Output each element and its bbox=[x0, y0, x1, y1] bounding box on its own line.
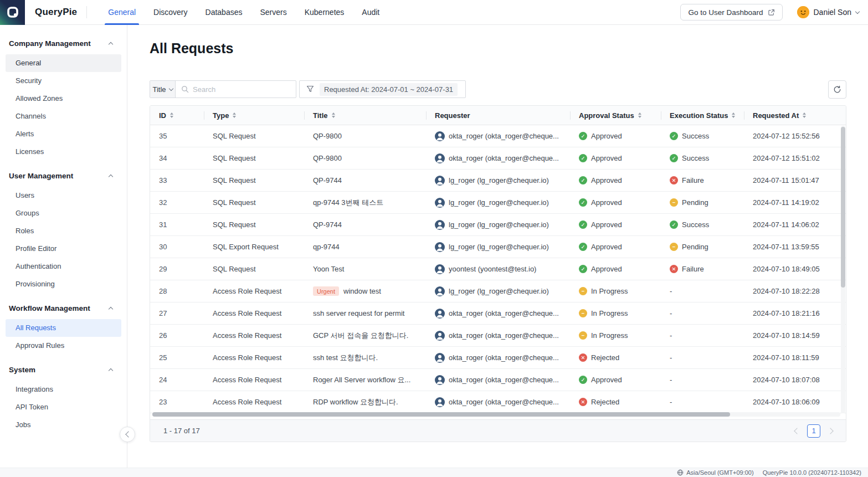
table-row[interactable]: 35 SQL Request QP-9800 okta_roger (okta_… bbox=[150, 125, 846, 147]
table-row[interactable]: 33 SQL Request QP-9744 lg_roger (lg_roge… bbox=[150, 170, 846, 192]
table-row[interactable]: 27 Access Role Request ssh server reques… bbox=[150, 302, 846, 325]
tab-audit[interactable]: Audit bbox=[353, 0, 388, 25]
tab-databases[interactable]: Databases bbox=[197, 0, 251, 25]
cell-id: 29 bbox=[150, 265, 204, 273]
sidebar-item-authentication[interactable]: Authentication bbox=[6, 258, 121, 275]
horizontal-scrollbar[interactable] bbox=[152, 412, 840, 417]
cell-id: 23 bbox=[150, 398, 204, 406]
status-icon: ✕ bbox=[579, 353, 587, 362]
sidebar-item-general[interactable]: General bbox=[6, 54, 121, 72]
cell-requester: yoontest (yoontest@test.io) bbox=[426, 264, 570, 274]
sidebar-item-provisioning[interactable]: Provisioning bbox=[6, 275, 121, 293]
sidebar-item-channels[interactable]: Channels bbox=[6, 107, 121, 125]
column-header-requested-at[interactable]: Requested At bbox=[744, 106, 846, 125]
tab-kubernetes[interactable]: Kubernetes bbox=[296, 0, 353, 25]
column-header-approval-status[interactable]: Approval Status bbox=[570, 106, 661, 125]
sidebar-item-profile-editor[interactable]: Profile Editor bbox=[6, 240, 121, 258]
date-filter-chip[interactable]: Requested At: 2024-07-01 ~ 2024-07-31 bbox=[320, 83, 458, 96]
status-icon: ✓ bbox=[579, 243, 587, 251]
cell-requester: lg_roger (lg_roger@chequer.io) bbox=[426, 286, 570, 296]
sidebar-item-users[interactable]: Users bbox=[6, 187, 121, 204]
sidebar-item-alerts[interactable]: Alerts bbox=[6, 125, 121, 143]
sidebar-collapse-button[interactable] bbox=[120, 427, 135, 442]
table-row[interactable]: 30 SQL Export Request qp-9744 lg_roger (… bbox=[150, 236, 846, 258]
column-header-type[interactable]: Type bbox=[204, 106, 304, 125]
sort-icon bbox=[233, 112, 236, 118]
status-icon: ✓ bbox=[579, 132, 587, 140]
sidebar-item-approval-rules[interactable]: Approval Rules bbox=[6, 337, 121, 355]
sidebar-section-system[interactable]: System bbox=[0, 360, 127, 379]
search-field-selector[interactable]: Title bbox=[150, 81, 176, 98]
horizontal-scrollbar-thumb[interactable] bbox=[152, 412, 730, 417]
previous-page-button[interactable] bbox=[794, 428, 800, 434]
table-row[interactable]: 32 SQL Request qp-9744 3번째 테스트 lg_roger … bbox=[150, 192, 846, 214]
table-row[interactable]: 24 Access Role Request Roger All Server … bbox=[150, 369, 846, 391]
tab-general[interactable]: General bbox=[99, 0, 145, 25]
table-row[interactable]: 29 SQL Request Yoon Test yoontest (yoont… bbox=[150, 258, 846, 280]
sidebar-item-licenses[interactable]: Licenses bbox=[6, 143, 121, 161]
cell-id: 26 bbox=[150, 331, 204, 340]
status-icon: ✓ bbox=[670, 132, 678, 140]
sidebar-item-allowed-zones[interactable]: Allowed Zones bbox=[6, 90, 121, 107]
cell-title: GCP 서버 접속을 요청합니다. bbox=[304, 331, 426, 341]
sidebar-item-groups[interactable]: Groups bbox=[6, 204, 121, 222]
column-header-id[interactable]: ID bbox=[150, 106, 204, 125]
sidebar-section-workflow-management[interactable]: Workflow Management bbox=[0, 299, 127, 318]
vertical-scrollbar[interactable] bbox=[841, 126, 845, 413]
column-header-execution-status[interactable]: Execution Status bbox=[661, 106, 744, 125]
sidebar-section: User Management UsersGroupsRolesProfile … bbox=[0, 166, 127, 293]
page-number-button[interactable]: 1 bbox=[807, 424, 820, 438]
globe-icon bbox=[677, 469, 684, 476]
table-row[interactable]: 25 Access Role Request ssh test 요청합니다. o… bbox=[150, 347, 846, 369]
cell-type: SQL Request bbox=[204, 265, 304, 273]
go-to-user-dashboard-button[interactable]: Go to User Dashboard bbox=[680, 4, 782, 20]
cell-type: SQL Request bbox=[204, 132, 304, 140]
user-menu[interactable]: Daniel Son bbox=[797, 6, 860, 18]
status-icon: ✓ bbox=[670, 154, 678, 162]
requester-avatar-icon bbox=[435, 309, 445, 319]
cell-execution-status: - bbox=[661, 398, 744, 406]
refresh-button[interactable] bbox=[828, 80, 846, 99]
cell-id: 35 bbox=[150, 132, 204, 140]
table-row[interactable]: 34 SQL Request QP-9800 okta_roger (okta_… bbox=[150, 147, 846, 170]
table-body: 35 SQL Request QP-9800 okta_roger (okta_… bbox=[150, 125, 846, 413]
table-row[interactable]: 31 SQL Request QP-9744 lg_roger (lg_roge… bbox=[150, 214, 846, 236]
next-page-button[interactable] bbox=[827, 428, 833, 434]
cell-type: Access Role Request bbox=[204, 287, 304, 295]
sidebar-section-company-management[interactable]: Company Management bbox=[0, 34, 127, 53]
tab-discovery[interactable]: Discovery bbox=[145, 0, 196, 25]
sidebar-item-jobs[interactable]: Jobs bbox=[6, 416, 121, 434]
status-icon: ✓ bbox=[670, 220, 678, 229]
sidebar-item-security[interactable]: Security bbox=[6, 72, 121, 90]
search-input[interactable] bbox=[193, 85, 290, 94]
table-row[interactable]: 26 Access Role Request GCP 서버 접속을 요청합니다.… bbox=[150, 325, 846, 347]
column-header-requester[interactable]: Requester bbox=[426, 106, 570, 125]
cell-requested-at: 2024-07-11 14:06:02 bbox=[744, 220, 846, 229]
requester-avatar-icon bbox=[435, 153, 445, 163]
cell-title: qp-9744 bbox=[304, 243, 426, 251]
tab-servers[interactable]: Servers bbox=[251, 0, 295, 25]
status-icon: ✕ bbox=[670, 265, 678, 273]
sidebar-item-roles[interactable]: Roles bbox=[6, 222, 121, 240]
sidebar-section-user-management[interactable]: User Management bbox=[0, 166, 127, 186]
column-header-title[interactable]: Title bbox=[304, 106, 426, 125]
sidebar-item-api-token[interactable]: API Token bbox=[6, 398, 121, 416]
status-icon: − bbox=[670, 198, 678, 207]
status-icon: ✓ bbox=[579, 198, 587, 207]
cell-type: SQL Request bbox=[204, 198, 304, 207]
top-nav: GeneralDiscoveryDatabasesServersKubernet… bbox=[99, 0, 388, 25]
cell-type: SQL Request bbox=[204, 176, 304, 184]
table-row[interactable]: 28 Access Role Request Urgentwindow test… bbox=[150, 280, 846, 302]
chevron-up-icon bbox=[109, 175, 113, 179]
querypie-logo[interactable] bbox=[0, 0, 25, 25]
cell-title: QP-9800 bbox=[304, 132, 426, 140]
vertical-scrollbar-thumb[interactable] bbox=[841, 127, 845, 288]
sidebar-item-all-requests[interactable]: All Requests bbox=[6, 319, 121, 337]
cell-requested-at: 2024-07-10 18:07:08 bbox=[744, 376, 846, 384]
cell-approval-status: ✓ Approved bbox=[570, 154, 661, 162]
requester-avatar-icon bbox=[435, 131, 445, 141]
cell-type: Access Role Request bbox=[204, 376, 304, 384]
cell-title: QP-9800 bbox=[304, 154, 426, 162]
sidebar-item-integrations[interactable]: Integrations bbox=[6, 381, 121, 398]
table-row[interactable]: 23 Access Role Request RDP workflow 요청합니… bbox=[150, 391, 846, 413]
